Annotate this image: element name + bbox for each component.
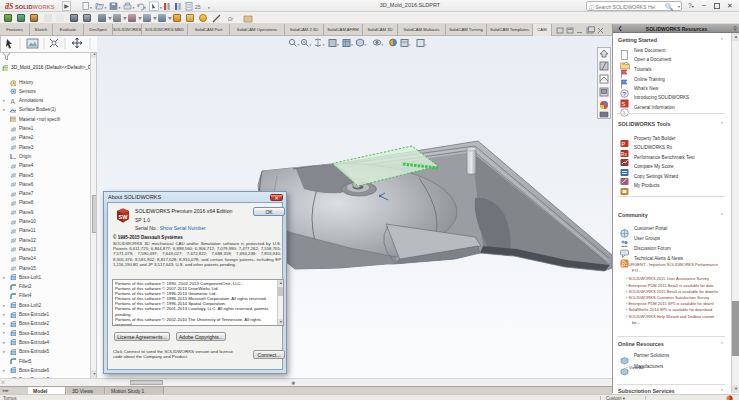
svg-text:▾: ▾ bbox=[160, 6, 162, 10]
svg-text:0r: 0r bbox=[228, 16, 234, 22]
svg-text:▾: ▾ bbox=[90, 6, 92, 10]
svg-text:▾: ▾ bbox=[310, 43, 312, 47]
svg-text:▾: ▾ bbox=[382, 43, 384, 47]
svg-text:ƌS: ƌS bbox=[5, 2, 14, 11]
svg-text:▾: ▾ bbox=[144, 6, 146, 10]
svg-text:▾: ▾ bbox=[425, 43, 427, 47]
svg-text:▾: ▾ bbox=[365, 43, 367, 47]
svg-text:▾: ▾ bbox=[119, 6, 121, 10]
svg-text:▾: ▾ bbox=[337, 43, 339, 47]
svg-text:▾: ▾ bbox=[208, 6, 210, 10]
svg-text:SOLIDWORKS: SOLIDWORKS bbox=[15, 4, 55, 10]
svg-text:25: 25 bbox=[195, 4, 201, 10]
svg-text:▾: ▾ bbox=[351, 43, 353, 47]
svg-text:SW: SW bbox=[119, 214, 129, 220]
svg-text:▾: ▾ bbox=[105, 6, 107, 10]
svg-text:▾: ▾ bbox=[323, 43, 325, 47]
svg-text:A: A bbox=[11, 98, 16, 104]
svg-text:▾: ▾ bbox=[298, 43, 300, 47]
svg-text:▾: ▾ bbox=[133, 6, 135, 10]
svg-text:▾: ▾ bbox=[409, 43, 411, 47]
